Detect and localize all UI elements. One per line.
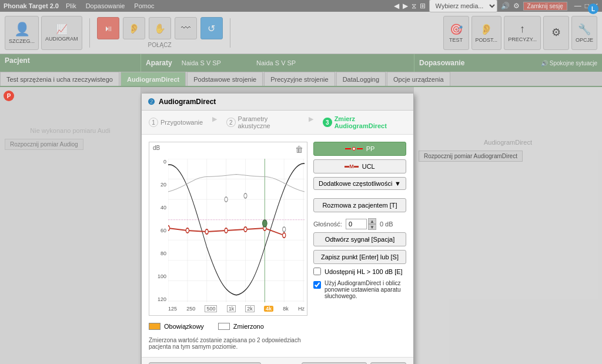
step-1: 1 Przygotowanie [149,115,203,129]
chart-svg [168,159,305,302]
p-badge: P [4,91,14,101]
udostepnij-checkbox[interactable] [313,268,321,275]
legend-mandatory-box [149,323,160,330]
svg-point-25 [225,197,228,202]
svg-point-20 [225,228,228,233]
pp-line-icon [345,147,363,151]
trash-icon[interactable]: 🗑 [295,145,303,154]
chart-legend: Obowiązkowy Zmierzono [149,320,307,332]
modal-icon: ❷ [148,97,155,106]
step-1-num: 1 [149,118,158,127]
chevron-down-icon: ▼ [394,180,401,187]
modal-body: dB 🗑 0 20 40 60 [142,135,413,357]
spin-buttons: ▲ ▼ [368,218,376,230]
step-2: 2 Parametry akustyczne [226,115,299,129]
svg-point-18 [186,228,189,233]
modal-controls: PP M UCL [313,142,406,350]
pp-button[interactable]: PP [313,142,406,156]
volume-down-button[interactable]: ▼ [368,224,376,230]
chart-area[interactable]: 0 20 40 60 80 100 120 [149,156,307,315]
ucl-button[interactable]: M UCL [313,159,406,173]
svg-point-23 [283,233,286,238]
svg-point-26 [244,193,247,198]
odtworz-button[interactable]: Odtwórz sygnał [Spacja] [313,232,406,246]
svg-point-27 [283,227,286,232]
ucl-line-icon: M [345,163,359,169]
rozmowa-button[interactable]: Rozmowa z pacjentem [T] [313,198,406,212]
legend-measured-box [218,323,230,330]
y-axis: 0 20 40 60 80 100 120 [149,159,168,302]
modal-content-row: dB 🗑 0 20 40 60 [149,142,406,350]
uzyj-checkbox[interactable] [313,281,321,289]
main-content: P Nie wykonano pomiaru Audi Rozpocznij p… [0,87,602,364]
modal-title-text: AudiogramDirect [159,98,216,106]
modal-overlay: ❷ AudiogramDirect 1 Przygotowanie ▶ 2 Pa… [141,87,414,364]
svg-point-21 [244,227,247,232]
audiogram-direct-modal: ❷ AudiogramDirect 1 Przygotowanie ▶ 2 Pa… [141,93,414,364]
step-2-num: 2 [226,118,235,127]
step-3-num: 3 [323,118,332,127]
volume-control: ▲ ▼ [346,218,376,230]
svg-point-19 [205,229,208,234]
dodatkowe-button[interactable]: Dodatkowe częstotliwości ▼ [313,177,406,190]
svg-point-24 [262,220,267,227]
modal-title-bar: ❷ AudiogramDirect [142,93,413,111]
l-badge: L [588,4,598,14]
udostepnij-row: Udostępnij HL > 100 dB [E] [313,268,406,275]
volume-input[interactable] [346,219,367,229]
legend-measured: Zmierzono [218,323,264,330]
audiogram-chart: dB 🗑 0 20 40 60 [149,142,307,316]
right-panel: L AudiogramDirect Rozpocznij pomiar Audi… [414,87,602,364]
step-3: 3 Zmierz AudiogramDirect [323,115,406,129]
volume-row: Głośność: ▲ ▼ 0 dB [313,216,406,232]
svg-point-17 [168,226,170,231]
chart-db-label: dB [153,145,160,154]
chart-top: dB 🗑 [149,142,307,156]
uzyj-row: Użyj AudiogramDirect i oblicz ponownie u… [313,280,406,299]
modal-footer: Zapisz i przejdź do drugiej strony Zapis… [142,357,413,364]
chart-section: dB 🗑 0 20 40 60 [149,142,307,350]
center-panel: ❷ AudiogramDirect 1 Przygotowanie ▶ 2 Pa… [141,87,414,364]
modal-steps: 1 Przygotowanie ▶ 2 Parametry akustyczne… [142,111,413,135]
x-axis: 125 250 500 1k 2k 4k 8k Hz [168,302,305,315]
legend-mandatory: Obowiązkowy [149,323,204,330]
zapisz-punkt-button[interactable]: Zapisz punkt [Enter] lub [S] [313,250,406,264]
volume-up-button[interactable]: ▲ [368,218,376,224]
modal-note: Zmierzona wartość zostanie zapisana po 2… [149,337,307,350]
